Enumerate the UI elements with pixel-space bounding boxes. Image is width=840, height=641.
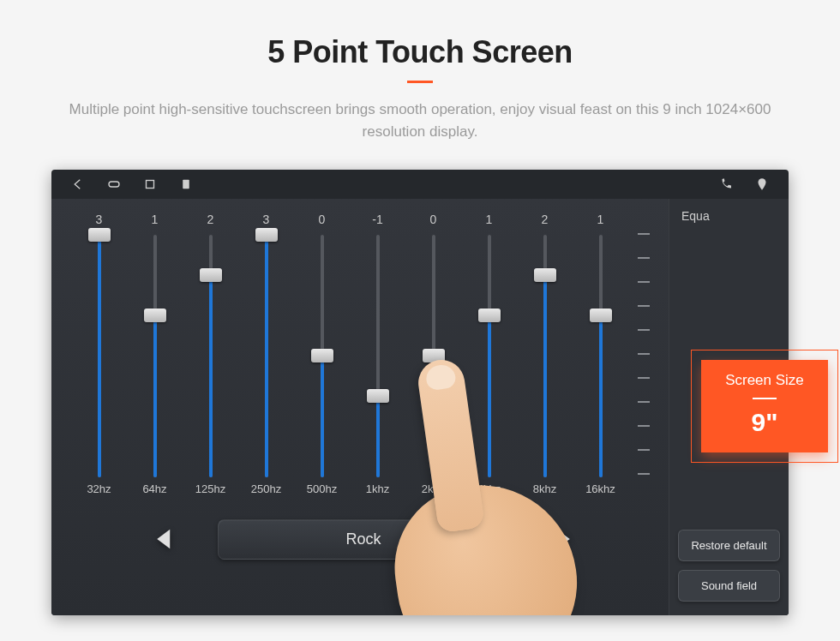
restore-default-button[interactable]: Restore default — [678, 530, 780, 561]
eq-band-label: 1khz — [366, 482, 389, 495]
eq-band-value: 2 — [207, 213, 214, 231]
preset-prev-button[interactable] — [146, 520, 183, 558]
eq-band[interactable]: -11khz — [354, 213, 401, 495]
eq-band-label: 64hz — [142, 482, 166, 495]
eq-band-label: 4khz — [477, 482, 501, 495]
scale-ticks — [633, 213, 651, 495]
eq-slider-thumb[interactable] — [478, 309, 501, 322]
svg-rect-0 — [109, 182, 119, 187]
location-icon — [754, 177, 770, 192]
eq-slider-track[interactable] — [488, 235, 491, 477]
eq-band-label: 125hz — [195, 482, 225, 495]
eq-band[interactable]: 28khz — [521, 213, 568, 495]
eq-slider-thumb[interactable] — [88, 228, 111, 242]
svg-rect-1 — [147, 180, 154, 188]
phone-icon[interactable] — [718, 177, 734, 192]
eq-band[interactable]: 0500hz — [298, 213, 345, 495]
eq-band[interactable]: 2125hz — [187, 213, 234, 495]
eq-slider-track[interactable] — [432, 235, 435, 477]
eq-band-value: 1 — [152, 213, 159, 231]
eq-band-value: 1 — [486, 213, 493, 231]
preset-next-button[interactable] — [543, 520, 581, 558]
eq-band-value: 1 — [597, 213, 604, 231]
eq-slider-thumb[interactable] — [144, 309, 166, 322]
status-bar — [51, 170, 789, 199]
eq-band[interactable]: 02khz — [410, 213, 457, 495]
eq-band[interactable]: 116khz — [577, 213, 624, 495]
eq-slider-track[interactable] — [153, 235, 157, 477]
eq-slider-track[interactable] — [321, 235, 324, 477]
eq-band[interactable]: 164hz — [131, 213, 178, 495]
home-icon[interactable] — [106, 177, 122, 192]
eq-band[interactable]: 332hz — [75, 213, 123, 495]
eq-slider-track[interactable] — [98, 235, 101, 477]
eq-slider-thumb[interactable] — [590, 309, 612, 322]
eq-slider-track[interactable] — [543, 235, 547, 477]
page-subtitle: Multiple point high-sensitive touchscree… — [43, 99, 797, 144]
back-icon[interactable] — [70, 177, 86, 192]
eq-slider-track[interactable] — [265, 235, 268, 477]
title-divider — [407, 81, 433, 83]
eq-band-label: 32hz — [87, 482, 111, 495]
svg-rect-2 — [183, 179, 189, 189]
eq-band-value: -1 — [372, 213, 382, 231]
eq-band-label: 8khz — [533, 482, 556, 495]
eq-slider-track[interactable] — [376, 235, 380, 477]
eq-slider-thumb[interactable] — [423, 349, 445, 362]
recent-apps-icon[interactable] — [142, 177, 158, 192]
eq-band-value: 0 — [319, 213, 326, 231]
eq-slider-thumb[interactable] — [255, 228, 278, 242]
eq-slider-track[interactable] — [209, 235, 213, 477]
page-title: 5 Point Touch Screen — [26, 34, 814, 70]
eq-band-label: 2khz — [422, 482, 445, 495]
device-frame: 332hz164hz2125hz3250hz0500hz-11khz02khz1… — [51, 170, 789, 615]
eq-slider-track[interactable] — [599, 235, 603, 477]
eq-slider-thumb[interactable] — [200, 268, 222, 282]
preset-name[interactable]: Rock — [218, 519, 509, 560]
eq-band-value: 2 — [542, 213, 549, 231]
eq-band[interactable]: 14khz — [465, 213, 513, 495]
eq-band[interactable]: 3250hz — [243, 213, 290, 495]
callout-label: Screen Size — [710, 372, 819, 389]
panel-label: Equa — [678, 209, 780, 223]
eq-band-label: 500hz — [307, 482, 337, 495]
eq-band-value: 0 — [430, 213, 437, 231]
eq-slider-thumb[interactable] — [311, 349, 333, 362]
eq-slider-thumb[interactable] — [534, 268, 556, 282]
eq-band-label: 16khz — [585, 482, 615, 495]
callout-value: 9" — [710, 408, 819, 437]
eq-band-label: 250hz — [251, 482, 281, 495]
screen-size-callout: Screen Size 9" — [701, 360, 828, 452]
eq-slider-thumb[interactable] — [367, 389, 389, 403]
equalizer-sliders: 332hz164hz2125hz3250hz0500hz-11khz02khz1… — [75, 213, 651, 495]
sd-card-icon — [178, 177, 194, 192]
sound-field-button[interactable]: Sound field — [678, 570, 780, 602]
